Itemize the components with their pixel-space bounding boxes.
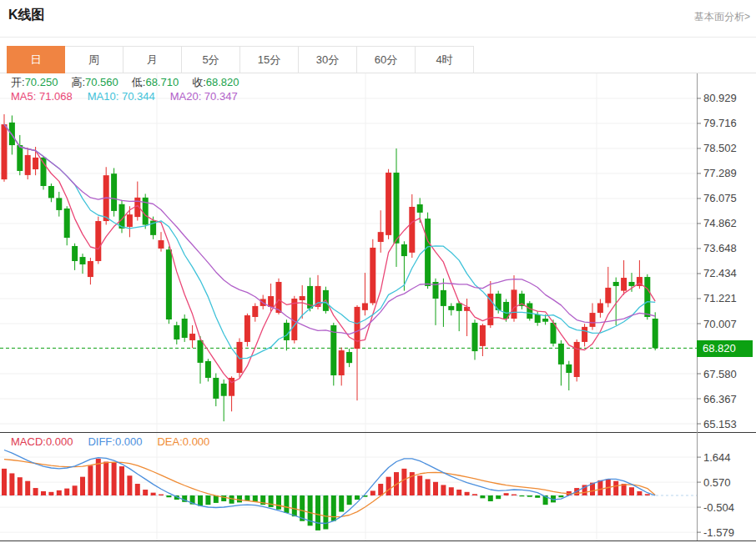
svg-text:-1.579: -1.579 bbox=[703, 526, 734, 539]
svg-text:79.716: 79.716 bbox=[703, 117, 737, 129]
period-tabbar: 日周月5分15分30分60分4时 bbox=[7, 46, 474, 73]
header-divider bbox=[0, 37, 756, 38]
macdbar-item: DEA:0.000 bbox=[157, 435, 209, 448]
ohlc-info-bar: 开:70.250高:70.560低:68.710收:68.820 bbox=[11, 75, 253, 90]
macd-info-bar: MACD:0.000DIFF:0.000DEA:0.000 bbox=[11, 435, 224, 448]
tab-月[interactable]: 月 bbox=[123, 46, 182, 73]
tab-30分[interactable]: 30分 bbox=[299, 46, 357, 73]
svg-text:80.929: 80.929 bbox=[703, 92, 737, 104]
svg-text:0.570: 0.570 bbox=[703, 476, 731, 489]
tab-5分[interactable]: 5分 bbox=[182, 46, 240, 73]
svg-text:-0.504: -0.504 bbox=[703, 501, 734, 514]
macdbar-item: MACD:0.000 bbox=[11, 435, 73, 448]
svg-text:67.580: 67.580 bbox=[703, 368, 737, 380]
macd-chart-canvas[interactable] bbox=[0, 433, 698, 540]
svg-text:78.502: 78.502 bbox=[703, 142, 737, 154]
kline-widget: K线图 基本面分析> 日周月5分15分30分60分4时 80.92979.716… bbox=[0, 0, 756, 543]
ohlcbar-item: 高:70.560 bbox=[71, 76, 118, 88]
tab-15分[interactable]: 15分 bbox=[240, 46, 299, 73]
svg-text:74.862: 74.862 bbox=[703, 217, 737, 229]
svg-text:71.221: 71.221 bbox=[703, 292, 737, 304]
mabar-item: MA5: 71.068 bbox=[11, 90, 73, 103]
last-price-tag: 68.820 bbox=[697, 340, 753, 357]
ohlcbar-item: 收:68.820 bbox=[192, 76, 239, 88]
ma-info-bar: MA5: 71.068MA10: 70.344MA20: 70.347 bbox=[11, 90, 253, 103]
tab-60分[interactable]: 60分 bbox=[357, 46, 416, 73]
tab-日[interactable]: 日 bbox=[7, 46, 65, 73]
svg-text:1.644: 1.644 bbox=[703, 451, 731, 464]
tab-周[interactable]: 周 bbox=[65, 46, 123, 73]
svg-text:77.289: 77.289 bbox=[703, 167, 737, 179]
fundamental-analysis-link[interactable]: 基本面分析> bbox=[694, 10, 750, 24]
ohlcbar-item: 低:68.710 bbox=[132, 76, 179, 88]
svg-text:73.648: 73.648 bbox=[703, 242, 737, 254]
svg-text:76.075: 76.075 bbox=[703, 192, 737, 204]
candlestick-chart-canvas[interactable] bbox=[0, 73, 698, 432]
macdbar-item: DIFF:0.000 bbox=[88, 435, 142, 448]
page-title: K线图 bbox=[8, 7, 45, 24]
ohlcbar-item: 开:70.250 bbox=[11, 76, 58, 88]
svg-text:66.367: 66.367 bbox=[703, 393, 737, 405]
svg-text:72.434: 72.434 bbox=[703, 267, 737, 279]
bottom-border bbox=[0, 540, 756, 541]
svg-text:70.007: 70.007 bbox=[703, 318, 737, 330]
svg-text:65.153: 65.153 bbox=[703, 418, 737, 430]
tab-4时[interactable]: 4时 bbox=[416, 46, 474, 73]
mabar-item: MA20: 70.347 bbox=[170, 90, 238, 103]
price-axis: 80.92979.71678.50277.28976.07574.86273.6… bbox=[697, 73, 756, 540]
mabar-item: MA10: 70.344 bbox=[88, 90, 155, 103]
